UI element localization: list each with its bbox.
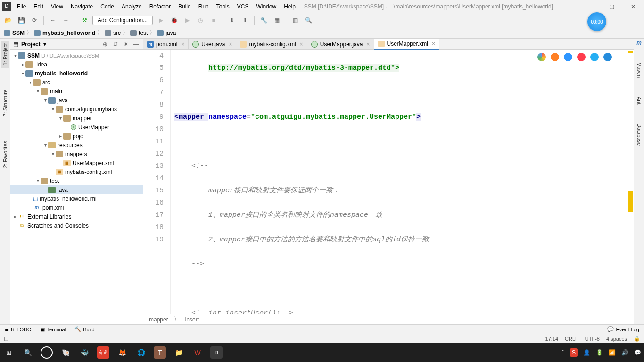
tree-pkg[interactable]: ▾com.atguigu.mybatis [10, 105, 143, 114]
tree-idea[interactable]: ▸.idea [10, 60, 143, 69]
menu-edit[interactable]: Edit [30, 2, 47, 11]
menu-navigate[interactable]: Navigate [67, 2, 97, 11]
add-configuration-button[interactable]: Add Configuration... [92, 16, 153, 25]
firefox-icon[interactable] [551, 53, 559, 61]
tab-user-java[interactable]: User.java× [189, 39, 236, 49]
menu-view[interactable]: View [47, 2, 67, 11]
locate-icon[interactable]: ⊕ [101, 41, 109, 48]
crumb-module[interactable]: mybatis_helloworld [34, 30, 95, 36]
tree-main[interactable]: ▾main [10, 87, 143, 96]
tree-src[interactable]: ▾src [10, 78, 143, 87]
menu-help[interactable]: Help [280, 2, 299, 11]
vcs-commit-icon[interactable]: ⬆ [240, 15, 250, 25]
structure-icon[interactable]: ▦ [272, 15, 282, 25]
firefox-taskbar-icon[interactable]: 🦊 [116, 346, 128, 359]
forward-icon[interactable]: → [61, 15, 71, 25]
volume-icon[interactable]: 🔊 [621, 349, 628, 356]
tray-chevron-icon[interactable]: ˄ [561, 349, 564, 356]
tab-mybatis-config[interactable]: mybatis-config.xml× [236, 39, 307, 49]
tree-mappers[interactable]: ▾mappers [10, 149, 143, 158]
minimize-icon[interactable]: — [579, 0, 601, 13]
tab-project[interactable]: 1: Project [1, 41, 9, 68]
debug-icon[interactable]: 🐞 [169, 15, 179, 25]
tree-test-java[interactable]: java [10, 185, 143, 194]
ie-icon[interactable] [590, 53, 599, 61]
build-icon[interactable]: ⚒ [79, 15, 90, 25]
crumb-src[interactable]: src [105, 30, 121, 36]
tab-structure[interactable]: 7: Structure [1, 87, 9, 119]
menu-tools[interactable]: Tools [213, 2, 233, 11]
close-tab-icon[interactable]: × [181, 41, 184, 48]
code-editor[interactable]: 45678910111213141516171819 http://mybati… [143, 50, 634, 314]
close-tab-icon[interactable]: × [367, 41, 370, 48]
status-quickaccess-icon[interactable]: ▢ [4, 336, 8, 342]
tab-pom[interactable]: mpom.xml× [143, 39, 189, 49]
tree-root[interactable]: ▾SSMD:\IDEA\workspace\SSM [10, 51, 143, 60]
tree-resources[interactable]: ▾resources [10, 140, 143, 149]
explorer-icon[interactable]: 📁 [173, 346, 185, 359]
menu-refactor[interactable]: Refactor [146, 2, 174, 11]
notifications-icon[interactable]: 💬 [634, 349, 641, 356]
menu-analyze[interactable]: Analyze [118, 2, 146, 11]
project-structure-icon[interactable]: ▥ [290, 15, 300, 25]
breadcrumb-insert[interactable]: insert [185, 316, 199, 323]
code-content[interactable]: http://mybatis.org/dtd/mybatis-3-mapper.… [171, 50, 627, 314]
tree-mapper-pkg[interactable]: ▾mapper [10, 114, 143, 123]
menu-file[interactable]: FFileile [13, 2, 30, 11]
expand-icon[interactable]: ⇵ [112, 41, 119, 48]
people-icon[interactable]: 👤 [583, 349, 590, 356]
close-tab-icon[interactable]: × [300, 41, 303, 48]
tree-iml[interactable]: ⬚mybatis_helloworld.iml [10, 194, 143, 203]
cortana-icon[interactable] [41, 346, 53, 359]
close-tab-icon[interactable]: × [432, 41, 435, 47]
tree-usermapper-cls[interactable]: IUserMapper [10, 123, 143, 132]
tab-maven[interactable]: Maven [636, 59, 643, 81]
ime-icon[interactable]: S [570, 348, 578, 357]
crumb-ssm[interactable]: SSM [4, 30, 25, 36]
maven-icon[interactable]: m [636, 40, 642, 46]
vcs-update-icon[interactable]: ⬇ [227, 15, 237, 25]
tab-database[interactable]: Database [636, 121, 643, 148]
build-button[interactable]: 🔨Build [74, 326, 94, 332]
open-icon[interactable]: 📂 [3, 15, 13, 25]
close-tab-icon[interactable]: × [229, 41, 232, 48]
close-icon[interactable]: ✕ [622, 0, 644, 13]
opera-icon[interactable] [577, 53, 586, 61]
save-icon[interactable]: 💾 [16, 15, 26, 25]
wifi-icon[interactable]: 📶 [609, 349, 616, 356]
menu-run[interactable]: Run [195, 2, 213, 11]
tree-pom[interactable]: mpom.xml [10, 203, 143, 212]
chrome-taskbar-icon[interactable]: 🌐 [135, 346, 147, 359]
app-icon[interactable]: 🐳 [78, 346, 91, 359]
tree-scratches[interactable]: ⧉Scratches and Consoles [10, 221, 143, 230]
stop-icon[interactable]: ■ [208, 15, 219, 25]
lock-icon[interactable]: 🔒 [634, 336, 640, 342]
menu-code[interactable]: Code [97, 2, 118, 11]
tree-ext-lib[interactable]: ▸⫶⫶External Libraries [10, 212, 143, 221]
project-tree[interactable]: ▾SSMD:\IDEA\workspace\SSM ▸.idea ▾mybati… [10, 50, 143, 324]
run-icon[interactable]: ▶ [156, 15, 166, 25]
timer-badge[interactable]: 00:00 [587, 12, 606, 31]
tree-mybatis-cfg[interactable]: ▦mybatis-config.xml [10, 167, 143, 176]
search-icon[interactable]: 🔍 [303, 15, 314, 25]
menu-vcs[interactable]: VCS [233, 2, 253, 11]
back-icon[interactable]: ← [48, 15, 58, 25]
gear-icon[interactable]: ✷ [122, 41, 130, 48]
coverage-icon[interactable]: ▶ [182, 15, 192, 25]
start-icon[interactable]: ⊞ [3, 346, 15, 359]
app-icon[interactable]: T [154, 346, 166, 359]
crumb-java[interactable]: java [157, 30, 176, 36]
tab-usermapper-java[interactable]: UserMapper.java× [307, 39, 374, 49]
tree-java[interactable]: ▾java [10, 96, 143, 105]
project-panel-title[interactable]: Project [21, 41, 41, 48]
safari-icon[interactable] [564, 53, 572, 61]
crumb-test[interactable]: test [130, 30, 148, 36]
menu-build[interactable]: Build [174, 2, 195, 11]
menu-window[interactable]: Window [252, 2, 280, 11]
breadcrumb-mapper[interactable]: mapper [149, 316, 168, 323]
tab-favorites[interactable]: 2: Favorites [1, 138, 9, 171]
search-icon[interactable]: 🔍 [22, 346, 34, 359]
tree-module[interactable]: ▾mybatis_helloworld [10, 69, 143, 78]
tree-pojo[interactable]: ▸pojo [10, 132, 143, 140]
settings-icon[interactable]: 🔧 [258, 15, 269, 25]
